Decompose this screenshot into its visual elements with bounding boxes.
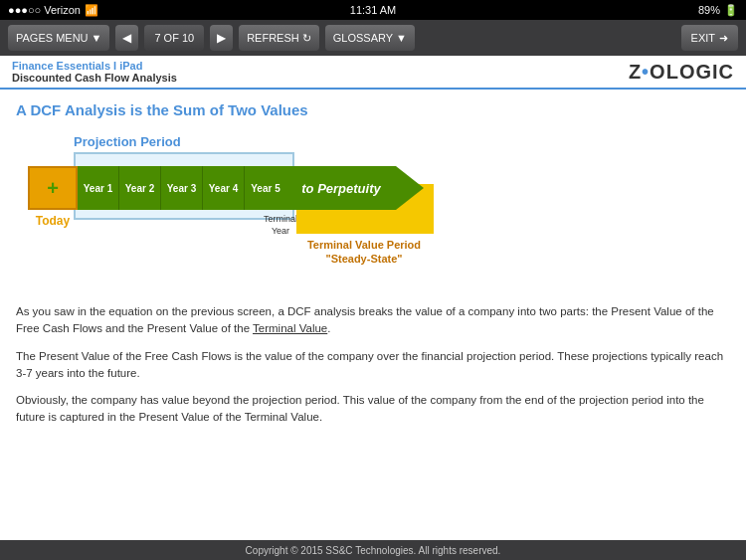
year-5-cell: Year 5 [245, 166, 286, 210]
arrow-tip-area [396, 166, 424, 210]
prev-page-button[interactable]: ◀ [115, 25, 138, 51]
refresh-label: REFRESH [247, 32, 299, 44]
copyright-text: Copyright © 2015 SS&C Technologies. All … [246, 545, 501, 556]
status-bar: ●●●○○ Verizon 📶 11:31 AM 89% 🔋 [0, 0, 746, 20]
prev-arrow-icon: ◀ [122, 31, 131, 45]
page-title: A DCF Analysis is the Sum of Two Values [16, 101, 730, 118]
arrow-head [396, 166, 424, 210]
arrow-body: to Perpetuity [286, 166, 396, 210]
glossary-label: GLOSSARY [333, 32, 393, 44]
paragraph-3: Obviously, the company has value beyond … [16, 392, 730, 427]
terminal-year-label: Terminal Year [260, 214, 301, 237]
pages-menu-arrow: ▼ [92, 32, 102, 44]
header-title-sub: Discounted Cash Flow Analysis [12, 72, 177, 84]
terminal-year-line1: Terminal [264, 214, 297, 224]
exit-button[interactable]: EXIT ➜ [681, 25, 738, 51]
next-arrow-icon: ▶ [217, 31, 226, 45]
terminal-value-period-label: Terminal Value Period "Steady-State" [294, 238, 434, 267]
next-page-button[interactable]: ▶ [210, 25, 233, 51]
status-time: 11:31 AM [350, 4, 396, 16]
year-3-cell: Year 3 [161, 166, 203, 210]
footer: Copyright © 2015 SS&C Technologies. All … [0, 540, 746, 560]
pages-menu-label: PAGES MENU [16, 32, 89, 44]
diagram-container: Projection Period + Year 1 Year 2 Year 3… [16, 134, 730, 274]
battery-icon: 🔋 [724, 4, 738, 17]
today-box: + [28, 166, 78, 210]
main-content: A DCF Analysis is the Sum of Two Values … [0, 90, 746, 538]
terminal-value-line1: Terminal Value Period [307, 239, 421, 251]
brand-logo: Z•OLOGIC [629, 61, 734, 84]
glossary-arrow: ▼ [396, 32, 407, 44]
logo-dot: • [642, 61, 650, 83]
refresh-icon: ↻ [302, 32, 311, 45]
paragraph-1: As you saw in the equation on the previo… [16, 303, 730, 338]
carrier-text: ●●●○○ Verizon [8, 4, 81, 16]
projection-period-label: Projection Period [74, 134, 181, 149]
body-text: As you saw in the equation on the previo… [16, 303, 730, 427]
terminal-value-link: Terminal Value [253, 322, 327, 334]
timeline-row: + Year 1 Year 2 Year 3 Year 4 Year 5 to … [28, 166, 424, 210]
pages-menu-button[interactable]: PAGES MENU ▼ [8, 25, 109, 51]
terminal-value-line2: "Steady-State" [325, 253, 402, 265]
status-right: 89% 🔋 [698, 4, 738, 17]
terminal-year-line2: Year [272, 226, 289, 236]
page-header: Finance Essentials I iPad Discounted Cas… [0, 56, 746, 90]
exit-icon: ➜ [719, 32, 728, 45]
header-titles: Finance Essentials I iPad Discounted Cas… [12, 60, 177, 84]
refresh-button[interactable]: REFRESH ↻ [239, 25, 319, 51]
wifi-icon: 📶 [85, 4, 98, 17]
nav-bar: PAGES MENU ▼ ◀ 7 OF 10 ▶ REFRESH ↻ GLOSS… [0, 20, 746, 56]
paragraph-2: The Present Value of the Free Cash Flows… [16, 348, 730, 383]
year-2-cell: Year 2 [119, 166, 161, 210]
today-label: Today [28, 214, 78, 228]
battery-text: 89% [698, 4, 720, 16]
exit-label: EXIT [691, 32, 715, 44]
status-left: ●●●○○ Verizon 📶 [8, 4, 98, 17]
year-4-cell: Year 4 [203, 166, 245, 210]
glossary-button[interactable]: GLOSSARY ▼ [325, 25, 415, 51]
header-title-main: Finance Essentials I iPad [12, 60, 177, 72]
today-plus-icon: + [47, 178, 59, 198]
year-1-cell: Year 1 [78, 166, 119, 210]
year-cells: Year 1 Year 2 Year 3 Year 4 Year 5 [78, 166, 286, 210]
perpetuity-arrow: to Perpetuity [286, 166, 424, 210]
perpetuity-text: to Perpetuity [301, 181, 380, 196]
page-counter: 7 OF 10 [144, 25, 204, 51]
